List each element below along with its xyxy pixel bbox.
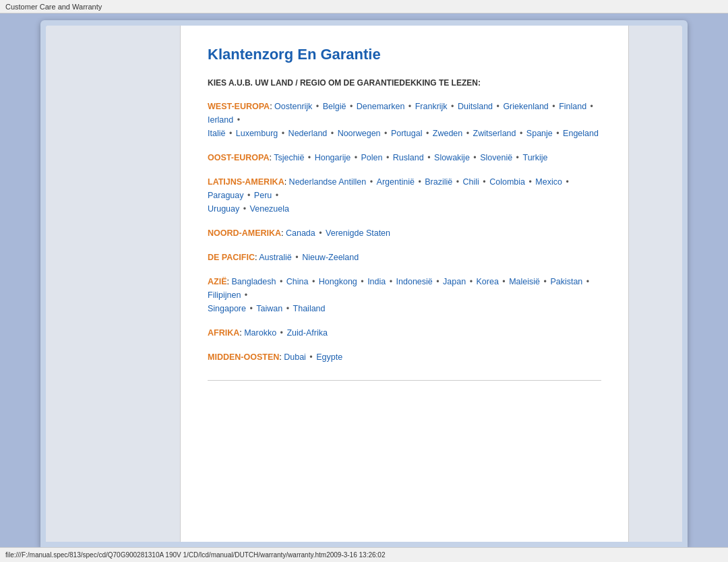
right-sidebar [628, 26, 682, 542]
region-label-afrika: AFRIKA [208, 328, 239, 338]
top-bar-label: Customer Care and Warranty [5, 3, 102, 11]
region-links-noord-amerika: Canada • Verenigde Staten [286, 228, 390, 238]
region-label-west-europa: WEST-EUROPA [208, 102, 270, 111]
region-de-pacific: DE PACIFIC: Australië • Nieuw-Zeeland [208, 251, 601, 264]
region-links-oost-europa: Tsjechië • Hongarije • Polen • Rusland •… [274, 153, 547, 162]
region-west-europa: WEST-EUROPA: Oostenrijk • België • Denem… [208, 100, 601, 140]
region-label-azie: AZIË [208, 277, 226, 286]
region-links-azie: Bangladesh • China • Hongkong • India • … [208, 277, 590, 313]
browser-frame: Klantenzorg En Garantie KIES A.U.B. UW L… [40, 20, 688, 547]
region-links-afrika: Marokko • Zuid-Afrika [244, 328, 328, 338]
left-sidebar [46, 26, 181, 542]
region-noord-amerika: NOORD-AMERIKA: Canada • Verenigde Staten [208, 226, 601, 240]
region-midden-oosten: MIDDEN-OOSTEN: Dubai • Egypte [208, 350, 601, 364]
region-label-midden-oosten: MIDDEN-OOSTEN [208, 352, 279, 362]
page-title: Klantenzorg En Garantie [208, 46, 601, 63]
region-label-noord-amerika: NOORD-AMERIKA [208, 228, 281, 238]
main-content: Klantenzorg En Garantie KIES A.U.B. UW L… [181, 26, 628, 542]
region-oost-europa: OOST-EUROPA: Tsjechië • Hongarije • Pole… [208, 151, 601, 164]
instruction: KIES A.U.B. UW LAND / REGIO OM DE GARANT… [208, 78, 601, 88]
region-label-oost-europa: OOST-EUROPA [208, 153, 269, 162]
region-label-latijns-amerika: LATIJNS-AMERIKA [208, 177, 284, 187]
region-links-midden-oosten: Dubai • Egypte [284, 352, 342, 362]
region-azie: AZIË: Bangladesh • China • Hongkong • In… [208, 275, 601, 315]
region-links-de-pacific: Australië • Nieuw-Zeeland [259, 253, 359, 262]
bottom-bar-url: file:///F:/manual.spec/813/spec/cd/Q70G9… [5, 551, 385, 559]
content-area: Klantenzorg En Garantie KIES A.U.B. UW L… [46, 26, 682, 542]
top-bar: Customer Care and Warranty [0, 0, 728, 13]
browser-outer: Klantenzorg En Garantie KIES A.U.B. UW L… [0, 13, 728, 547]
region-latijns-amerika: LATIJNS-AMERIKA: Nederlandse Antillen • … [208, 175, 601, 216]
region-label-de-pacific: DE PACIFIC [208, 253, 255, 262]
content-divider [208, 380, 601, 381]
region-afrika: AFRIKA: Marokko • Zuid-Afrika [208, 326, 601, 340]
bottom-bar: file:///F:/manual.spec/813/spec/cd/Q70G9… [0, 547, 728, 562]
